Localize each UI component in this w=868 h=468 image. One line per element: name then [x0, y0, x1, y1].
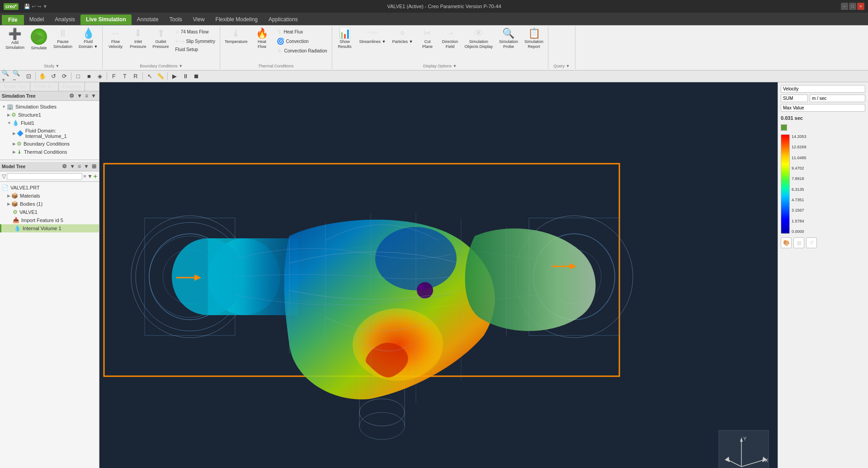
play-btn[interactable]: ▶ [170, 71, 179, 81]
bc-expand[interactable]: ▶ [13, 142, 16, 146]
structure1-expand[interactable]: ▶ [7, 113, 10, 117]
pan-btn[interactable]: ✋ [38, 71, 47, 81]
valve1-item[interactable]: ⚙ VALVE1 [0, 208, 99, 216]
search-add-icon[interactable]: + [94, 173, 97, 180]
fluid-domain-button[interactable]: 💧 FluidDomain ▼ [76, 27, 100, 51]
tree-filter-icon[interactable]: ▼ [76, 93, 83, 99]
tree-options-icon[interactable]: ▼ [90, 93, 97, 99]
simulate-button[interactable]: ▶ Simulate [28, 27, 50, 52]
sim-studies-item[interactable]: ▼ 🏢 Simulation Studies [0, 103, 99, 111]
sim-objects-display-button[interactable]: 👁 SimulationObjects Display [462, 27, 495, 51]
search-clear-icon[interactable]: × [83, 173, 86, 180]
view-right-btn[interactable]: R [131, 71, 141, 81]
sim-studies-expand[interactable]: ▼ [2, 104, 6, 109]
boundary-conditions-item[interactable]: ▶ ⚙ Boundary Conditions [0, 140, 99, 148]
heat-flux-button[interactable]: ↯ Heat Flux [274, 27, 330, 36]
inlet-pressure-button[interactable]: ⬇ InletPressure [127, 27, 149, 51]
fluid-domain-item[interactable]: ▶ 🔷 Fluid Domain: Internal_Volume_1 [0, 127, 99, 140]
mass-flow-button[interactable]: ≡ 74 Mass Flow [173, 27, 218, 36]
zoom-in-btn[interactable]: 🔍+ [2, 71, 12, 81]
measure-btn[interactable]: 📏 [156, 71, 165, 81]
mt-filter-icon[interactable]: ▼ [69, 163, 76, 170]
shaded-btn[interactable]: ■ [84, 71, 94, 81]
fluid1-item[interactable]: ▼ 💧 Fluid1 [0, 119, 99, 127]
fluid1-expand[interactable]: ▼ [7, 121, 11, 125]
fluid-domain-expand[interactable]: ▶ [13, 131, 16, 136]
temperature-button[interactable]: 🌡 Temperature [222, 27, 250, 46]
maximize-btn[interactable]: □ [849, 3, 856, 10]
outlet-pressure-button[interactable]: ⬆ OutletPressure [150, 27, 172, 51]
streamlines-button[interactable]: 〰 Streamlines ▼ [357, 27, 389, 46]
thermal-conditions-item[interactable]: ▶ 🌡 Thermal Conditions [0, 148, 99, 156]
spin-btn[interactable]: ⟳ [59, 71, 69, 81]
wireframe-btn[interactable]: □ [73, 71, 83, 81]
mt-extra-icon[interactable]: ⊞ [91, 163, 97, 170]
direction-field-button[interactable]: → DirectionField [439, 27, 461, 51]
cut-plane-button[interactable]: ✂ CutPlane [416, 27, 438, 51]
mt-options-icon[interactable]: ▼ [83, 163, 90, 170]
sim-report-button[interactable]: 📋 SimulationReport [522, 27, 546, 51]
view-top-btn[interactable]: T [120, 71, 130, 81]
search-down-icon[interactable]: ▼ [87, 173, 93, 180]
tc-expand[interactable]: ▶ [13, 150, 16, 154]
tab-annotate[interactable]: Annotate [132, 14, 164, 25]
simulation-tree-content: ▼ 🏢 Simulation Studies ▶ ⚙ Structure1 ▼ … [0, 101, 99, 158]
materials-item[interactable]: ▶ 📦 Materials [0, 192, 99, 200]
tab-view[interactable]: View [188, 14, 210, 25]
sum-select[interactable]: SUM [781, 95, 808, 102]
stop-btn[interactable]: ⏹ [191, 71, 201, 81]
tab-live-simulation[interactable]: Live Simulation [80, 14, 132, 25]
perspective-btn[interactable]: ◈ [95, 71, 105, 81]
color-palette-btn[interactable]: 🎨 [781, 237, 792, 248]
flow-velocity-button[interactable]: ↔ FlowVelocity [104, 27, 126, 51]
slip-symmetry-button[interactable]: ⟷ Slip Symmetry [173, 37, 218, 46]
tab-tools[interactable]: Tools [164, 14, 188, 25]
tab-model[interactable]: Model [24, 14, 50, 25]
zoom-out-btn[interactable]: 🔍− [13, 71, 23, 81]
folder-browser-tab[interactable]: Folder B... [30, 82, 59, 91]
gradient-btn[interactable]: ▦ [793, 237, 804, 248]
add-simulation-button[interactable]: ➕ AddSimulation [3, 27, 27, 52]
minimize-btn[interactable]: − [841, 3, 848, 10]
tab-analysis[interactable]: Analysis [49, 14, 80, 25]
max-value-select[interactable]: Max Value [781, 104, 865, 112]
sim-probe-button[interactable]: 🔍 SimulationProbe [496, 27, 521, 51]
search-input[interactable] [7, 173, 82, 180]
tree-settings-icon[interactable]: ⚙ [68, 93, 75, 99]
valve1-prt-item[interactable]: 📄 VALVE1.PRT [0, 184, 99, 192]
reverse-btn[interactable]: ↺ [806, 237, 817, 248]
view-front-btn[interactable]: F [109, 71, 119, 81]
zoom-fit-btn[interactable]: ⊡ [24, 71, 33, 81]
3d-viewport[interactable]: Y X [99, 82, 778, 468]
tab-applications[interactable]: Applications [263, 14, 303, 25]
bodies-expand[interactable]: ▶ [7, 202, 10, 206]
tree-columns-icon[interactable]: ≡ [84, 93, 89, 99]
model-tree-tab[interactable]: Model Tree [0, 82, 30, 91]
pause-simulation-button[interactable]: ⏸ PauseSimulation [51, 27, 75, 51]
import-feature-item[interactable]: 📥 Import Feature id 5 [0, 216, 99, 224]
particles-button[interactable]: ⚬ Particles ▼ [390, 27, 416, 46]
pause-btn[interactable]: ⏸ [180, 71, 190, 81]
fluid-setup-button[interactable]: Fluid Setup [173, 46, 218, 53]
ribbon-group-query: Query ▼ [548, 26, 576, 69]
show-results-button[interactable]: 📊 ShowResults [334, 27, 356, 51]
select-btn[interactable]: ↖ [145, 71, 155, 81]
mt-columns-icon[interactable]: ≡ [77, 163, 82, 170]
unit-select[interactable]: m / sec [810, 95, 865, 102]
materials-expand[interactable]: ▶ [7, 194, 10, 198]
tab-flexible-modeling[interactable]: Flexible Modeling [210, 14, 263, 25]
internal-volume-item[interactable]: 💧 Internal Volume 1 [0, 224, 99, 232]
tab-file[interactable]: File [2, 15, 24, 25]
window-controls[interactable]: − □ × [841, 3, 864, 10]
close-btn[interactable]: × [857, 3, 864, 10]
mt-settings-icon[interactable]: ⚙ [61, 163, 68, 170]
convection-button[interactable]: 🌀 Convection [274, 37, 330, 46]
heat-flow-button[interactable]: 🔥 HeatFlow [251, 27, 273, 51]
result-type-select[interactable]: Velocity [781, 85, 865, 93]
favorites-tab[interactable]: Favorites [59, 82, 85, 91]
structure1-item[interactable]: ▶ ⚙ Structure1 [0, 111, 99, 119]
rotate-btn[interactable]: ↺ [48, 71, 58, 81]
ribbon-toolbar: ➕ AddSimulation ▶ Simulate ⏸ PauseSimula… [0, 25, 868, 71]
convection-radiation-button[interactable]: ☀ Convection Radiation [274, 46, 330, 55]
bodies-item[interactable]: ▶ 📦 Bodies (1) [0, 200, 99, 208]
